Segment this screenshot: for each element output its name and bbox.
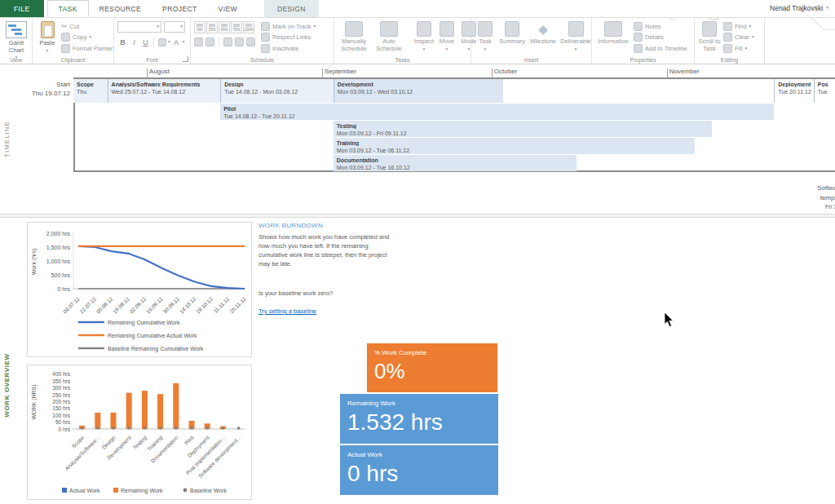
underline-button[interactable]: U <box>140 37 151 48</box>
gantt-chart-button[interactable]: Gantt Chart ▾ <box>3 20 29 53</box>
font-size-combobox[interactable]: ▾ <box>164 21 185 33</box>
percent-0-button[interactable]: 0% <box>194 21 205 33</box>
clear-button[interactable]: Clear▾ <box>723 33 754 42</box>
dropdown-caret-icon: ▾ <box>314 24 316 29</box>
insert-deliverable-button[interactable]: Deliverable ▾ <box>560 20 591 53</box>
timeline-task-training[interactable]: TrainingMon 03.09.12 - Tue 06.11.12 <box>334 138 696 154</box>
link-tasks-icon[interactable] <box>223 38 232 46</box>
remaining-work-bar <box>142 391 148 429</box>
format-painter-button[interactable]: Format Painter <box>61 44 113 53</box>
font-color-button[interactable]: A <box>171 37 182 48</box>
background-color-icon <box>158 38 166 46</box>
scroll-to-task-button[interactable]: Scroll to Task <box>698 20 721 53</box>
timeline-pane-label[interactable]: TIMELINE <box>3 113 11 166</box>
information-button[interactable]: Information <box>595 20 631 53</box>
report-title-line1: Software d <box>780 183 835 193</box>
kpi-label: % Work Complete <box>374 349 490 356</box>
inactivate-button[interactable]: Inactivate <box>261 44 316 53</box>
cut-icon: ✂ <box>61 23 68 30</box>
notes-button[interactable]: Notes <box>634 22 687 31</box>
insert-summary-label: Summary <box>499 38 525 46</box>
add-to-timeline-button[interactable]: Add to Timeline <box>634 44 687 53</box>
inspect-button[interactable]: Inspect ▾ <box>413 20 435 53</box>
move-button[interactable]: Move ▾ <box>437 20 457 53</box>
pane-splitter[interactable] <box>0 214 835 218</box>
find-button[interactable]: Find▾ <box>723 22 754 31</box>
work-by-task-chart[interactable]: WORK (HRS)0 hrs50 hrs100 hrs150 hrs200 h… <box>27 365 252 500</box>
percent-75-button[interactable]: 75% <box>231 21 242 33</box>
tab-design[interactable]: DESIGN <box>264 0 319 17</box>
bold-button[interactable]: B <box>117 37 128 48</box>
y-tick-label: 350 hrs <box>52 378 70 384</box>
kpi-remaining-work[interactable]: Remaining Work 1.532 hrs <box>340 394 498 444</box>
timeline-task-design[interactable]: DesignTue 14.08.12 - Mon 03.09.12 <box>220 79 334 103</box>
timeline-task-pilot[interactable]: PilotTue 14.08.12 - Tue 20.11.12 <box>220 104 774 120</box>
tab-task[interactable]: TASK <box>47 0 89 17</box>
find-label: Find <box>735 23 747 30</box>
tab-file[interactable]: FILE <box>0 0 44 17</box>
move-label: Move <box>440 38 454 46</box>
task-name: Training <box>334 138 696 146</box>
tab-project[interactable]: PROJECT <box>152 0 207 17</box>
month-tick <box>147 69 148 77</box>
task-name: Testing <box>334 121 712 129</box>
copy-button[interactable]: Copy▾ <box>61 33 113 42</box>
tab-resource[interactable]: RESOURCE <box>89 0 152 17</box>
work-by-task-svg: WORK (HRS)0 hrs50 hrs100 hrs150 hrs200 h… <box>28 365 251 499</box>
format-painter-icon <box>61 44 70 53</box>
user-account-menu[interactable]: Nenad Trajkovski ▾ <box>770 0 828 16</box>
work-overview-pane-label[interactable]: WORK OVERVIEW <box>3 341 11 431</box>
kpi-actual-work[interactable]: Actual Work 0 hrs <box>340 445 498 495</box>
kpi-value: 0 hrs <box>347 461 491 487</box>
x-tick-label: 02.09.12 <box>128 295 147 314</box>
timeline-task-testing[interactable]: TestingMon 03.09.12 - Fri 09.11.12 <box>334 121 712 137</box>
y-axis-title: Work (hrs) <box>31 249 38 276</box>
background-color-button[interactable] <box>157 37 167 48</box>
dropdown-caret-icon: ▾ <box>575 47 577 52</box>
respect-links-label: Respect Links <box>272 33 311 41</box>
font-name-combobox[interactable]: ▾ <box>117 21 161 33</box>
notes-icon <box>634 22 643 31</box>
paste-button[interactable]: Paste ▾ <box>36 20 59 53</box>
insert-milestone-button[interactable]: ◆ Milestone <box>528 20 558 53</box>
italic-button[interactable]: I <box>129 37 139 48</box>
dropdown-caret-icon: ▾ <box>468 47 471 52</box>
auto-schedule-button[interactable]: Auto Schedule <box>373 20 405 53</box>
indent-task-icon[interactable] <box>205 38 214 46</box>
split-task-icon[interactable] <box>246 38 255 46</box>
inspect-label: Inspect <box>414 38 434 46</box>
baseline-work-dot <box>205 427 209 430</box>
work-burndown-chart[interactable]: Work (hrs)0 hrs500 hrs1,000 hrs1,500 hrs… <box>27 222 252 357</box>
kpi-value: 1.532 hrs <box>347 409 491 435</box>
notes-label: Notes <box>645 23 661 30</box>
respect-links-button[interactable]: Respect Links <box>261 33 316 42</box>
cut-button[interactable]: ✂Cut <box>61 22 113 31</box>
remaining-work-bar <box>111 413 117 429</box>
tab-view[interactable]: VIEW <box>208 0 248 17</box>
timeline-task-pos[interactable]: PosTue <box>814 79 835 103</box>
timeline-task-scope[interactable]: ScopeThu <box>73 79 108 103</box>
fill-button[interactable]: Fill▾ <box>723 44 754 53</box>
percent-100-button[interactable]: 100% <box>243 21 254 33</box>
font-dialog-launcher[interactable] <box>183 56 188 62</box>
milestone-diamond-icon: ◆ <box>538 21 548 37</box>
mark-on-track-button[interactable]: Mark on Track▾ <box>261 22 316 31</box>
insert-task-button[interactable]: Task ▾ <box>475 20 496 53</box>
percent-25-button[interactable]: 25% <box>206 21 218 33</box>
percent-50-button[interactable]: 50% <box>219 21 230 33</box>
unlink-tasks-icon[interactable] <box>235 38 244 46</box>
outdent-task-icon[interactable] <box>194 38 203 46</box>
chevron-down-icon: ▾ <box>180 24 183 29</box>
timeline-task-analysis-software-requirements[interactable]: Analysis/Software RequirementsWed 25.07.… <box>108 79 221 103</box>
chevron-down-icon: ▾ <box>157 24 159 29</box>
insert-summary-button[interactable]: Summary <box>498 20 526 53</box>
manually-schedule-button[interactable]: Manually Schedule <box>338 20 370 53</box>
timeline-task-deployment[interactable]: DeploymentTue 20.11.12 <box>774 79 814 103</box>
dropdown-caret-icon: ▾ <box>484 47 487 52</box>
timeline-task-documentation[interactable]: DocumentationMon 03.09.12 - Tue 16.10.12 <box>334 155 577 171</box>
details-button[interactable]: Details <box>634 33 687 42</box>
kpi-percent-work-complete[interactable]: % Work Complete 0% <box>367 343 497 392</box>
task-name: Documentation <box>334 155 577 163</box>
set-baseline-link[interactable]: Try setting a baseline <box>258 307 316 315</box>
timeline-task-development[interactable]: DevelopmentMon 03.09.12 - Wed 03.10.12 <box>334 79 503 103</box>
